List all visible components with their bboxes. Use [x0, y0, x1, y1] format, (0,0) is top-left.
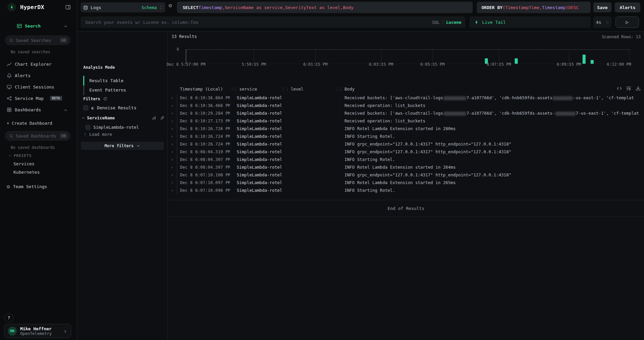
sidebar-item-search[interactable]: Search — [0, 22, 77, 30]
chevron-up-icon[interactable] — [63, 23, 68, 29]
facet-servicename-header[interactable]: ServiceName — [81, 115, 165, 120]
column-header-timestamp[interactable]: Timestamp (Local) — [177, 87, 230, 92]
play-button[interactable]: ▷ — [615, 16, 639, 28]
sql-mode-label[interactable]: SQL — [432, 20, 440, 25]
log-row[interactable]: ›Dec 8 6:10:26.726 PMSimpleLambda-rotelI… — [168, 125, 644, 132]
column-header-body[interactable]: ⋮⋮Body — [335, 87, 644, 92]
x-tick-label: Dec 8 5:57:00 PM — [167, 62, 205, 67]
sidebar-item-chart-explorer[interactable]: Chart Explorer — [0, 60, 77, 68]
expand-row-icon[interactable]: › — [171, 157, 177, 162]
denoise-checkbox[interactable] — [83, 105, 88, 110]
expand-row-icon[interactable]: › — [171, 172, 177, 177]
expand-row-icon[interactable]: › — [171, 141, 177, 147]
refresh-icon[interactable] — [103, 97, 107, 101]
presets-section-toggle[interactable]: PRESETS — [8, 154, 32, 158]
cmd-k-badge: ⌘K — [60, 38, 67, 43]
sidebar-item-team-settings[interactable]: ⚙ Team Settings — [0, 183, 77, 190]
expand-row-icon[interactable]: › — [171, 118, 177, 123]
expand-row-icon[interactable]: › — [171, 126, 177, 131]
column-header-service[interactable]: ⋮⋮service — [230, 87, 281, 92]
sidebar-item-dashboards[interactable]: Dashboards — [0, 106, 77, 113]
events-histogram[interactable] — [186, 49, 629, 64]
cell-service: SimpleLambda-rotel — [230, 109, 281, 117]
saved-dashboards-input[interactable]: Saved Dashboards ⌘K — [5, 131, 71, 140]
x-tick-label: 5:59:15 PM — [242, 62, 266, 67]
log-row[interactable]: ›Dec 8 6:07:10.097 PMSimpleLambda-rotelI… — [168, 179, 644, 186]
preset-item-services[interactable]: Services — [13, 161, 35, 166]
drag-handle-icon[interactable]: ⋮⋮ — [281, 87, 288, 92]
cell-body: Received buckets: ['aws-cloudtrail-logs7… — [335, 109, 644, 117]
order-by-editor[interactable]: ORDER BY (TimestampTime, Timestamp) DESC — [477, 2, 591, 13]
chevron-down-icon — [8, 154, 12, 158]
log-row[interactable]: ›Dec 8 6:08:04.307 PMSimpleLambda-rotelI… — [168, 163, 644, 171]
log-row[interactable]: ›Dec 8 6:07:10.108 PMSimpleLambda-rotelI… — [168, 171, 644, 179]
preset-item-kubernetes[interactable]: Kubernetes — [13, 170, 40, 175]
source-select[interactable]: Logs Schema — [81, 2, 165, 12]
sidebar-item-client-sessions[interactable]: Client Sessions — [0, 83, 77, 91]
log-row[interactable]: ›Dec 8 6:10:26.724 PMSimpleLambda-rotelI… — [168, 140, 644, 148]
save-button[interactable]: Save — [593, 2, 611, 12]
pin-icon[interactable] — [160, 116, 165, 120]
query-language-toggle[interactable]: SQL|Lucene — [432, 20, 465, 25]
load-more-button[interactable]: Load more — [83, 132, 112, 137]
create-dashboard-button[interactable]: + Create Dashboard — [0, 119, 77, 127]
help-button[interactable]: ? — [4, 313, 13, 322]
drag-handle-icon[interactable]: ⋮⋮ — [335, 87, 342, 92]
schema-link[interactable]: Schema — [142, 5, 157, 10]
log-row[interactable]: ›Dec 8 6:08:04.319 PMSimpleLambda-rotelI… — [168, 148, 644, 156]
log-row[interactable]: ›Dec 8 6:10:36.864 PMSimpleLambda-rotelR… — [168, 94, 644, 102]
saved-searches-input[interactable]: Saved Searches ⌘K — [5, 36, 71, 45]
hyperdx-app: Logs Schema ⚙ SELECT Timestamp, ServiceN… — [0, 0, 644, 340]
denoise-icon: ◐ — [91, 105, 94, 110]
denoise-results-row[interactable]: ◐ Denoise Results — [83, 105, 136, 110]
expand-row-icon[interactable]: › — [171, 165, 177, 170]
log-row[interactable]: ›Dec 8 6:10:27.173 PMSimpleLambda-rotelR… — [168, 117, 644, 125]
sidebar-item-service-map[interactable]: Service Map BETA — [0, 95, 77, 102]
alerts-button[interactable]: Alerts — [615, 2, 640, 12]
facet-chart-icon[interactable] — [152, 116, 156, 120]
select-clause-editor[interactable]: SELECT Timestamp, ServiceName as service… — [177, 2, 473, 13]
presets-label: PRESETS — [14, 154, 32, 158]
cell-body: INFO Starting Rotel. — [335, 156, 644, 163]
cell-level — [281, 140, 335, 148]
collapse-sidebar-icon[interactable] — [65, 4, 71, 10]
expand-row-icon[interactable]: › — [171, 180, 177, 185]
expand-row-icon[interactable]: › — [171, 111, 177, 116]
saved-dashboards-placeholder: Saved Dashboards — [16, 133, 57, 138]
expand-row-icon[interactable]: › — [171, 95, 177, 100]
expand-row-icon[interactable]: › — [171, 188, 177, 193]
user-menu[interactable]: MH Mike Heffner OpenTelemetry — [4, 324, 71, 338]
chevron-up-icon[interactable] — [63, 107, 68, 112]
facet-value-row[interactable]: SimpleLambda-rotel — [86, 125, 139, 130]
column-header-level[interactable]: ⋮⋮level — [281, 87, 335, 92]
lucene-mode-label[interactable]: Lucene — [446, 20, 461, 25]
search-input[interactable] — [81, 16, 432, 28]
live-tail-button[interactable]: Live Tail — [469, 16, 591, 28]
refresh-interval-select[interactable]: 4s — [593, 16, 611, 28]
more-filters-button[interactable]: More filters — [81, 142, 164, 150]
log-row[interactable]: ›Dec 8 6:10:26.724 PMSimpleLambda-rotelI… — [168, 132, 644, 140]
cell-timestamp: Dec 8 6:08:04.319 PM — [177, 148, 230, 156]
lightning-icon — [474, 20, 479, 25]
expand-row-icon[interactable]: › — [171, 134, 177, 139]
sidebar-item-alerts[interactable]: Alerts — [0, 72, 77, 79]
facet-value-checkbox[interactable] — [86, 125, 90, 130]
cell-level — [281, 117, 335, 125]
event-search-bar[interactable]: SQL|Lucene — [81, 16, 465, 28]
gridline-vertical — [569, 49, 569, 64]
cell-body: INFO grpc_endpoint="127.0.0.1:4317" http… — [335, 140, 644, 148]
log-row[interactable]: ›Dec 8 6:10:29.284 PMSimpleLambda-rotelR… — [168, 109, 644, 117]
log-row[interactable]: ›Dec 8 6:07:10.096 PMSimpleLambda-rotelI… — [168, 186, 644, 194]
left-sidebar: HyperDX Search Saved Searches ⌘K No save… — [0, 0, 77, 340]
brand[interactable]: HyperDX — [7, 3, 44, 11]
log-row[interactable]: ›Dec 8 6:10:36.466 PMSimpleLambda-rotelR… — [168, 102, 644, 109]
expand-row-icon[interactable]: › — [171, 103, 177, 108]
gear-icon[interactable]: ⚙ — [169, 2, 172, 9]
redacted-text — [555, 112, 576, 116]
mode-event-patterns[interactable]: Event Patterns — [89, 88, 126, 93]
expand-row-icon[interactable]: › — [171, 149, 177, 154]
drag-handle-icon[interactable]: ⋮⋮ — [230, 87, 237, 92]
log-row[interactable]: ›Dec 8 6:08:04.307 PMSimpleLambda-rotelI… — [168, 156, 644, 163]
gear-icon: ⚙ — [7, 183, 10, 190]
mode-results-table[interactable]: Results Table — [89, 78, 124, 83]
